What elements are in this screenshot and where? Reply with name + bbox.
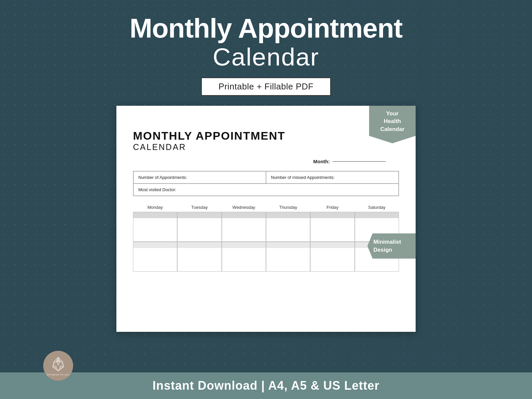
title-line2: Calendar — [130, 43, 403, 71]
minimalist-badge: MinimalistDesign — [367, 233, 416, 259]
month-label: Month: — [313, 159, 330, 164]
minimalist-badge-text: MinimalistDesign — [373, 239, 401, 253]
num-appointments-cell: Number of Appointments: — [133, 171, 266, 184]
bottom-bar-text: Instant Download | A4, A5 & US Letter — [153, 379, 379, 393]
svg-marker-5 — [53, 365, 58, 371]
logo-icon — [50, 356, 66, 372]
corner-tag-text: YourHealthCalendar — [380, 110, 405, 133]
stats-row-2: Most visited Doctor: — [133, 184, 399, 196]
cal-cell-1-5 — [310, 212, 354, 242]
day-thursday: Thursday — [266, 203, 310, 212]
title-line1: Monthly Appointment — [130, 13, 403, 43]
month-underline — [332, 161, 386, 162]
cal-cell-2-2 — [177, 242, 221, 272]
stats-row-1: Number of Appointments: Number of missed… — [133, 171, 399, 184]
logo-tagline: Designed for you — [47, 373, 69, 376]
cal-cell-1-4 — [266, 212, 310, 242]
corner-tag: YourHealthCalendar — [369, 106, 416, 143]
svg-marker-2 — [56, 361, 60, 365]
cal-cell-2-1 — [133, 242, 177, 272]
day-tuesday: Tuesday — [177, 203, 221, 212]
calendar-row-2 — [133, 242, 399, 272]
num-missed-cell: Number of missed Appointments: — [266, 171, 399, 184]
calendar-section: Monday Tuesday Wednesday Thursday Friday… — [133, 203, 399, 272]
subtitle-badge: Printable + Fillable PDF — [201, 77, 331, 96]
cal-cell-1-2 — [177, 212, 221, 242]
day-saturday: Saturday — [355, 203, 399, 212]
day-friday: Friday — [310, 203, 354, 212]
calendar-header: Monday Tuesday Wednesday Thursday Friday… — [133, 203, 399, 212]
doc-main-title: MONTHLY APPOINTMENT — [133, 129, 399, 143]
cal-cell-2-4 — [266, 242, 310, 272]
day-monday: Monday — [133, 203, 177, 212]
most-visited-cell: Most visited Doctor: — [133, 184, 399, 196]
svg-marker-6 — [58, 365, 64, 371]
month-line: Month: — [133, 159, 399, 164]
calendar-row-1 — [133, 212, 399, 242]
svg-marker-1 — [56, 357, 60, 361]
doc-sub-title: CALENDAR — [133, 142, 399, 152]
cal-cell-2-3 — [222, 242, 266, 272]
subtitle-text: Printable + Fillable PDF — [218, 81, 314, 91]
header-title: Monthly Appointment Calendar — [130, 13, 403, 71]
cal-cell-1-1 — [133, 212, 177, 242]
bottom-bar: Instant Download | A4, A5 & US Letter — [0, 372, 532, 399]
cal-cell-1-3 — [222, 212, 266, 242]
logo-circle: Designed for you — [43, 351, 73, 381]
document-preview: YourHealthCalendar MinimalistDesign MONT… — [116, 106, 416, 332]
stats-table: Number of Appointments: Number of missed… — [133, 171, 399, 196]
day-wednesday: Wednesday — [222, 203, 266, 212]
cal-cell-2-5 — [310, 242, 354, 272]
